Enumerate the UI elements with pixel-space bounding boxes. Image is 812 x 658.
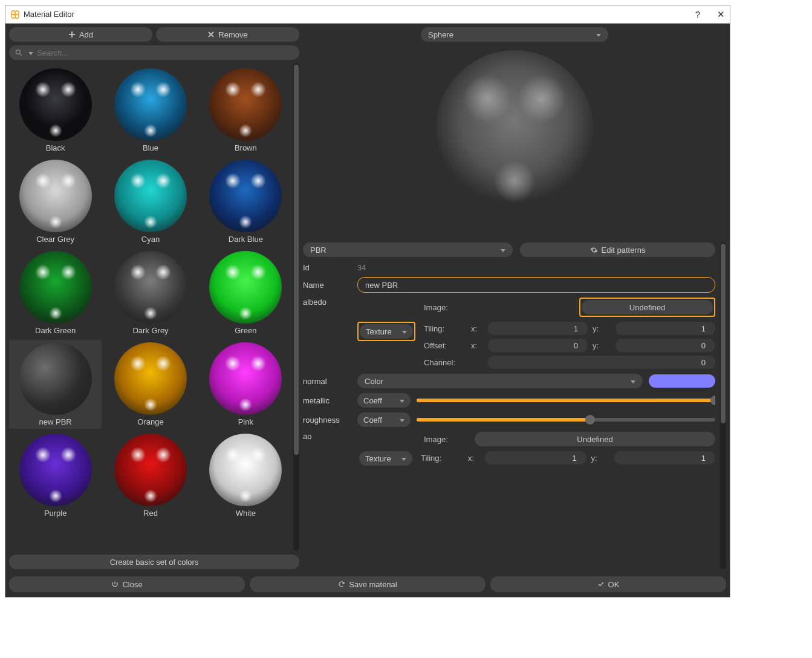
search-input[interactable] (37, 48, 293, 57)
titlebar: Material Editor ? ✕ (5, 5, 730, 24)
name-input[interactable] (357, 277, 715, 293)
material-item[interactable]: Red (104, 431, 197, 520)
material-item[interactable]: Dark Grey (104, 249, 197, 337)
material-sphere-icon (209, 342, 282, 415)
normal-mode-dropdown[interactable]: Color (357, 374, 643, 388)
preview-sphere (436, 50, 593, 207)
roughness-slider[interactable] (417, 413, 715, 426)
material-item[interactable]: new PBR (9, 340, 102, 429)
material-sphere-icon (114, 342, 187, 415)
material-label: Cyan (141, 235, 160, 244)
check-icon (597, 581, 605, 588)
material-sphere-icon (19, 251, 92, 324)
roughness-mode-dropdown[interactable]: Coeff (357, 412, 411, 427)
window-close-button[interactable]: ✕ (717, 9, 725, 20)
material-item[interactable]: Dark Green (9, 249, 102, 337)
properties-scrollbar[interactable] (720, 243, 726, 569)
material-item[interactable]: Clear Grey (9, 157, 102, 246)
create-colors-button[interactable]: Create basic set of colors (9, 555, 299, 569)
material-sphere-icon (209, 160, 282, 232)
metallic-slider[interactable] (417, 394, 715, 407)
material-label: Brown (235, 143, 257, 152)
albedo-image-button[interactable]: Undefined (582, 300, 713, 314)
material-item[interactable]: Black (9, 66, 102, 155)
preview-area: Sphere (303, 27, 726, 239)
chevron-down-icon (399, 454, 406, 463)
material-type-value: PBR (310, 246, 326, 255)
albedo-mode-dropdown[interactable]: Texture (360, 324, 413, 339)
image-label: Image: (424, 303, 466, 312)
ao-tiling-x[interactable]: 1 (485, 451, 586, 464)
edit-patterns-button[interactable]: Edit patterns (520, 243, 715, 257)
material-label: Red (143, 509, 158, 518)
save-material-button[interactable]: Save material (250, 576, 486, 592)
search-icon (15, 49, 22, 56)
material-label: Dark Green (35, 326, 76, 335)
svg-point-4 (16, 50, 21, 54)
material-item[interactable]: Cyan (104, 157, 197, 246)
add-button[interactable]: Add (9, 27, 152, 42)
close-button[interactable]: Close (9, 576, 245, 592)
normal-color-swatch[interactable] (649, 374, 715, 388)
search-filter-caret-icon[interactable] (26, 48, 33, 57)
create-colors-label: Create basic set of colors (110, 558, 199, 567)
material-sphere-icon (19, 160, 92, 232)
material-label: Dark Grey (132, 326, 168, 335)
material-item[interactable]: Dark Blue (200, 157, 292, 246)
material-grid[interactable]: BlackBlueBrownClear GreyCyanDark BlueDar… (9, 64, 292, 551)
material-item[interactable]: Brown (200, 66, 292, 155)
roughness-label: roughness (303, 415, 351, 425)
material-label: Pink (238, 417, 253, 426)
albedo-offset-x[interactable]: 0 (488, 339, 588, 352)
material-label: White (236, 509, 256, 518)
albedo-channel[interactable]: 0 (488, 356, 715, 369)
material-item[interactable]: Pink (200, 340, 292, 429)
metallic-label: metallic (303, 396, 351, 405)
chevron-down-icon (397, 415, 404, 425)
albedo-offset-y[interactable]: 0 (615, 339, 715, 352)
albedo-tiling-x[interactable]: 1 (488, 322, 588, 335)
material-sphere-icon (19, 68, 92, 141)
preview-shape-dropdown[interactable]: Sphere (421, 27, 608, 42)
ao-tiling-y[interactable]: 1 (614, 451, 716, 464)
material-label: Purple (44, 509, 67, 518)
chevron-down-icon (498, 246, 505, 255)
remove-icon (207, 31, 215, 38)
material-item[interactable]: Blue (104, 66, 197, 155)
material-item[interactable]: White (200, 431, 292, 520)
id-value: 34 (357, 263, 366, 272)
material-sphere-icon (19, 342, 92, 415)
chevron-down-icon (628, 377, 635, 386)
ao-mode-dropdown[interactable]: Texture (359, 451, 412, 466)
material-label: new PBR (39, 417, 72, 426)
material-item[interactable]: Green (200, 249, 292, 337)
remove-label: Remove (218, 30, 247, 39)
chevron-down-icon (397, 396, 404, 405)
material-sphere-icon (114, 251, 187, 324)
material-label: Blue (143, 143, 158, 152)
material-label: Orange (137, 417, 163, 426)
ao-image-button[interactable]: Undefined (475, 432, 715, 446)
material-item[interactable]: Orange (104, 340, 197, 429)
material-label: Green (235, 326, 256, 335)
material-type-dropdown[interactable]: PBR (303, 243, 513, 257)
help-button[interactable]: ? (695, 9, 700, 20)
content-area: Add Remove (5, 24, 730, 597)
normal-label: normal (303, 377, 351, 386)
material-item[interactable]: Purple (9, 431, 102, 520)
material-label: Black (46, 143, 65, 152)
albedo-tiling-y[interactable]: 1 (615, 322, 715, 335)
material-editor-window: Material Editor ? ✕ Add (5, 5, 730, 598)
plus-icon (68, 31, 76, 38)
material-scrollbar[interactable] (293, 64, 299, 551)
app-logo-icon (10, 10, 20, 19)
metallic-mode-dropdown[interactable]: Coeff (357, 393, 411, 408)
gear-icon (590, 246, 598, 254)
ok-button[interactable]: OK (490, 576, 726, 592)
footer-bar: Close Save material OK (9, 573, 726, 593)
search-field[interactable] (9, 45, 299, 60)
material-sphere-icon (209, 251, 282, 324)
albedo-label: albedo (303, 298, 351, 307)
id-label: Id (303, 263, 351, 272)
remove-button[interactable]: Remove (156, 27, 299, 42)
